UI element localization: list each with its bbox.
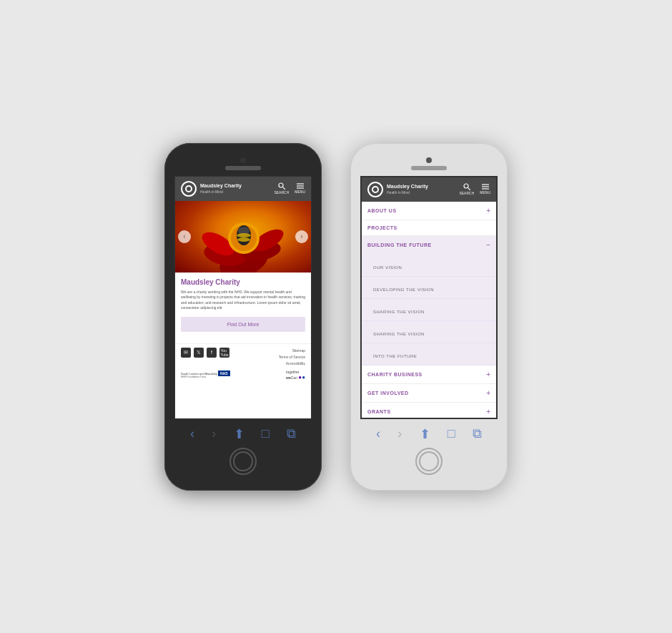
left-phone-bottom: ‹ › ⬆ □ ⧉ xyxy=(174,419,312,481)
speaker-left xyxy=(225,166,261,170)
left-footer-links: Sitemap Terms of Service Accessibility xyxy=(279,348,305,367)
phone-top-right xyxy=(360,153,498,176)
grants-expand-icon: + xyxy=(486,408,490,416)
submenu-developing-vision[interactable]: DEVELOPING THE VISION xyxy=(362,277,496,299)
find-out-more-btn[interactable]: Find Out More xyxy=(181,317,305,332)
left-hero-image: ‹ › xyxy=(175,201,311,273)
back-btn-right[interactable]: ‹ xyxy=(376,426,380,441)
phone-top-left xyxy=(174,153,312,176)
submenu-sharing-vision-2[interactable]: SHARING THE VISION xyxy=(362,321,496,343)
nhs-logo-left: South London and Maudsley NHS NHS Founda… xyxy=(181,371,230,378)
svg-line-1 xyxy=(283,187,285,190)
building-future-collapse-icon: − xyxy=(486,241,490,249)
tabs-btn-right[interactable]: ⧉ xyxy=(473,426,482,441)
left-screen: Maudsley Charity Health in Mind SEARCH xyxy=(174,176,312,419)
right-search-label: SEARCH xyxy=(459,191,474,195)
right-logo-subtitle: Health in Mind xyxy=(387,190,428,195)
svg-point-0 xyxy=(279,183,283,187)
grants-label: GRANTS xyxy=(367,409,391,414)
camera-right xyxy=(426,157,432,163)
forward-btn-left[interactable]: › xyxy=(212,426,216,441)
menu-projects[interactable]: PROJECTS xyxy=(362,220,496,236)
right-search-icon-wrap[interactable]: SEARCH xyxy=(459,183,474,195)
search-icon-right xyxy=(463,183,470,190)
menu-charity-business[interactable]: CHARITY BUSINESS + xyxy=(362,365,496,384)
left-content-body: We are a charity working with the NHS. W… xyxy=(181,290,305,311)
right-screen: Maudsley Charity Health in Mind SEARCH xyxy=(360,176,498,419)
developing-vision-label: DEVELOPING THE VISION xyxy=(373,288,434,292)
building-future-label: BUILDING THE FUTURE xyxy=(367,242,432,247)
svg-point-15 xyxy=(237,237,250,242)
left-site-header: Maudsley Charity Health in Mind SEARCH xyxy=(175,177,311,201)
right-menu-content: ABOUT US + PROJECTS BUILDING THE FUTURE … xyxy=(362,202,496,419)
home-button-left[interactable] xyxy=(229,448,257,475)
camera-left xyxy=(240,157,246,163)
home-button-right[interactable] xyxy=(415,448,443,475)
hero-prev-btn[interactable]: ‹ xyxy=(178,230,191,243)
left-menu-label: MENU xyxy=(295,190,305,194)
together-logo-left: togetherweCan ●● xyxy=(286,370,305,381)
accessibility-link[interactable]: Accessibility xyxy=(279,360,305,367)
svg-line-17 xyxy=(468,188,470,190)
email-icon[interactable]: ✉ xyxy=(181,348,191,358)
speaker-right xyxy=(411,166,447,170)
search-icon-left xyxy=(278,182,285,190)
left-footer-logos: South London and Maudsley NHS NHS Founda… xyxy=(181,370,305,381)
terms-link[interactable]: Terms of Service xyxy=(279,354,305,360)
menu-icon-right xyxy=(482,184,489,190)
our-vision-label: OUR VISION xyxy=(373,265,402,270)
submenu-our-vision[interactable]: OUR VISION xyxy=(362,255,496,277)
youtube-icon[interactable]: YouTube xyxy=(219,348,229,358)
submenu-sharing-vision-1[interactable]: SHARING THE VISION xyxy=(362,299,496,321)
logo-circle-right xyxy=(367,182,383,197)
right-site-header: Maudsley Charity Health in Mind SEARCH xyxy=(362,177,496,202)
svg-point-16 xyxy=(464,184,468,188)
left-menu-icon-wrap[interactable]: MENU xyxy=(295,183,305,194)
home-button-inner-right xyxy=(419,451,439,471)
right-phone: Maudsley Charity Health in Mind SEARCH xyxy=(350,143,508,491)
submenu-into-future[interactable]: INTO THE FUTURE xyxy=(362,343,496,365)
share-btn-right[interactable]: ⬆ xyxy=(420,426,430,442)
left-logo-title: Maudsley Charity xyxy=(200,183,242,189)
about-us-label: ABOUT US xyxy=(367,208,397,213)
building-future-submenu: OUR VISION DEVELOPING THE VISION SHARING… xyxy=(362,255,496,365)
right-logo-title: Maudsley Charity xyxy=(387,184,428,190)
get-involved-expand-icon: + xyxy=(486,389,490,397)
svg-point-14 xyxy=(237,233,251,237)
hero-svg xyxy=(175,201,311,273)
forward-btn-right[interactable]: › xyxy=(397,426,402,441)
logo-circle-inner-left xyxy=(185,185,192,192)
into-future-label: INTO THE FUTURE xyxy=(373,354,417,358)
hero-next-btn[interactable]: › xyxy=(295,230,308,243)
charity-business-label: CHARITY BUSINESS xyxy=(367,372,423,377)
left-footer: ✉ 𝕏 f YouTube Sitemap Terms of Service A… xyxy=(175,343,311,384)
sitemap-link[interactable]: Sitemap xyxy=(279,348,305,354)
bookmarks-btn-right[interactable]: □ xyxy=(448,426,455,441)
right-menu-label: MENU xyxy=(480,190,490,195)
menu-about-us[interactable]: ABOUT US + xyxy=(362,202,496,220)
left-nav-bar: ‹ › ⬆ □ ⧉ xyxy=(174,423,312,445)
charity-business-expand-icon: + xyxy=(486,371,490,378)
share-btn-left[interactable]: ⬆ xyxy=(234,426,244,442)
left-social-icons: ✉ 𝕏 f YouTube xyxy=(181,348,229,358)
left-search-icon-wrap[interactable]: SEARCH xyxy=(274,182,289,195)
menu-building-future[interactable]: BUILDING THE FUTURE − xyxy=(362,236,496,255)
left-phone: Maudsley Charity Health in Mind SEARCH xyxy=(164,143,322,491)
logo-circle-inner-right xyxy=(372,186,379,193)
get-involved-label: GET INVOLVED xyxy=(367,391,409,396)
twitter-icon[interactable]: 𝕏 xyxy=(194,348,204,358)
right-menu-icon-wrap[interactable]: MENU xyxy=(480,184,490,195)
about-us-expand-icon: + xyxy=(486,207,490,215)
menu-icon-left xyxy=(297,183,304,189)
bookmarks-btn-left[interactable]: □ xyxy=(262,426,270,441)
right-phone-bottom: ‹ › ⬆ □ ⧉ xyxy=(360,419,498,481)
facebook-icon[interactable]: f xyxy=(207,348,217,358)
back-btn-left[interactable]: ‹ xyxy=(190,426,194,441)
tabs-btn-left[interactable]: ⧉ xyxy=(287,426,296,441)
left-search-label: SEARCH xyxy=(274,190,289,195)
menu-get-involved[interactable]: GET INVOLVED + xyxy=(362,384,496,403)
right-logo-area: Maudsley Charity Health in Mind xyxy=(367,182,428,197)
menu-grants[interactable]: GRANTS + xyxy=(362,403,496,419)
left-content-area: Maudsley Charity We are a charity workin… xyxy=(175,273,311,343)
home-button-inner-left xyxy=(233,451,253,471)
